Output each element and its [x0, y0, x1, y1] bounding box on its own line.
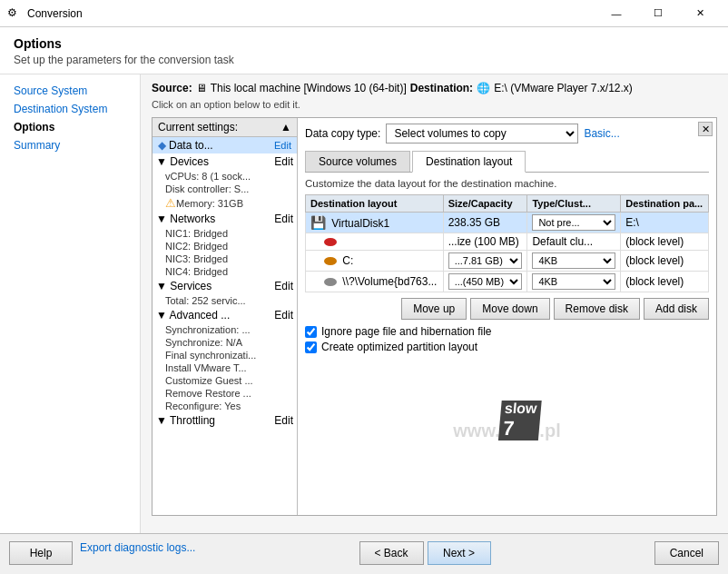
source-label: Source: — [152, 82, 192, 94]
vol-size-select[interactable]: ...(450 MB) — [448, 273, 523, 290]
add-disk-button[interactable]: Add disk — [644, 298, 709, 320]
sidebar-item-options: Options — [0, 118, 140, 136]
settings-section-services[interactable]: ▼ Services Edit — [152, 278, 297, 294]
throttling-label: Throttling — [170, 414, 215, 427]
devices-edit-link[interactable]: Edit — [274, 155, 293, 168]
red-oval-icon — [324, 238, 337, 246]
optimized-partition-label: Create optimized partition layout — [321, 341, 477, 353]
settings-section-devices[interactable]: ▼ Devices Edit — [152, 153, 297, 170]
maximize-button[interactable]: ☐ — [637, 0, 679, 27]
scroll-up-icon[interactable]: ▲ — [280, 121, 291, 134]
ignore-page-file-label: Ignore page file and hibernation file — [321, 325, 491, 338]
cell-100mb-type: Default clu... — [527, 233, 621, 251]
table-row-c-drive[interactable]: C: ...7.81 GB) 4KB — [306, 251, 709, 272]
table-row-virtualdisk1[interactable]: 💾 VirtualDisk1 238.35 GB Not pre... Pre-… — [306, 213, 709, 233]
remove-restore-item: Remove Restore ... — [152, 387, 297, 400]
settings-section-advanced[interactable]: ▼ Advanced ... Edit — [152, 307, 297, 323]
cancel-button[interactable]: Cancel — [654, 541, 719, 565]
dest-label: Destination: — [410, 82, 473, 94]
vcpus-item: vCPUs: 8 (1 sock... — [152, 170, 297, 183]
customize-guest-item: Customize Guest ... — [152, 374, 297, 387]
cell-100mb-size: ...ize (100 MB) — [443, 233, 527, 251]
devices-label: Devices — [170, 155, 209, 168]
data-item-label: Data to... — [169, 139, 213, 152]
table-row-100mb[interactable]: ...ize (100 MB) Default clu... (block le… — [306, 233, 709, 251]
window-controls: — ☐ ✕ — [595, 0, 721, 27]
sidebar-item-source-system[interactable]: Source System — [0, 82, 140, 100]
table-row-volume[interactable]: \\?\Volume{bd763... ...(450 MB) 4KB — [306, 272, 709, 292]
settings-section-networks[interactable]: ▼ Networks Edit — [152, 211, 297, 227]
move-down-button[interactable]: Move down — [470, 298, 549, 320]
header-subtitle: Set up the parameters for the conversion… — [14, 54, 714, 66]
help-button[interactable]: Help — [9, 541, 73, 565]
destination-layout-table: Destination layout Size/Capacity Type/Cl… — [305, 194, 709, 292]
services-edit-link[interactable]: Edit — [274, 280, 293, 292]
cell-100mb-layout — [306, 233, 444, 251]
click-hint: Click on an option below to edit it. — [152, 99, 717, 110]
minimize-button[interactable]: — — [595, 0, 637, 27]
throttling-edit-link[interactable]: Edit — [274, 414, 293, 427]
gray-oval-icon — [324, 278, 337, 286]
remove-disk-button[interactable]: Remove disk — [554, 298, 640, 320]
c-type-select[interactable]: 4KB 8KB — [532, 252, 615, 269]
close-button[interactable]: ✕ — [679, 0, 721, 27]
cell-vol-dest: (block level) — [621, 272, 709, 292]
footer: Help Export diagnostic logs... < Back Ne… — [0, 533, 728, 571]
app-icon: ⚙ — [7, 6, 22, 21]
ignore-page-file-checkbox[interactable] — [305, 326, 317, 338]
advanced-label: Advanced ... — [170, 309, 231, 322]
cell-vol-type: 4KB 8KB — [527, 272, 621, 292]
back-button[interactable]: < Back — [359, 541, 424, 565]
cell-disk1-type: Not pre... Pre-allocated — [527, 213, 621, 233]
right-panel: ✕ Data copy type: Select volumes to copy… — [298, 118, 716, 515]
move-up-button[interactable]: Move up — [401, 298, 467, 320]
advanced-edit-link[interactable]: Edit — [274, 309, 293, 322]
optimized-partition-checkbox[interactable] — [305, 341, 317, 353]
cell-100mb-dest: (block level) — [621, 233, 709, 251]
sidebar-item-destination-system[interactable]: Destination System — [0, 100, 140, 118]
cell-c-dest: (block level) — [621, 251, 709, 272]
networks-edit-link[interactable]: Edit — [274, 213, 293, 225]
header-title: Options — [14, 36, 714, 51]
window-title: Conversion — [27, 7, 595, 20]
networks-label: Networks — [170, 213, 215, 225]
nic2-item: NIC2: Bridged — [152, 240, 297, 252]
cell-disk1-layout: 💾 VirtualDisk1 — [306, 213, 444, 233]
disk-drive-icon: 💾 — [310, 215, 326, 230]
dest-value: E:\ (VMware Player 7.x/12.x) — [494, 82, 633, 94]
settings-list: Current settings: ▲ ◆ Data to... Edit — [152, 118, 298, 515]
collapse-icon-networks: ▼ — [156, 213, 167, 225]
data-edit-link[interactable]: Edit — [274, 140, 291, 151]
settings-panel-wrapper: Current settings: ▲ ◆ Data to... Edit — [152, 118, 716, 515]
final-sync-item: Final synchronizati... — [152, 349, 297, 361]
settings-list-header: Current settings: ▲ — [152, 118, 297, 137]
col-header-type: Type/Clust... — [527, 195, 621, 213]
diamond-icon: ◆ — [158, 139, 166, 152]
vol-type-select[interactable]: 4KB 8KB — [532, 273, 615, 290]
main-layout: Source System Destination System Options… — [0, 74, 728, 533]
checkbox-row-ignore-page-file: Ignore page file and hibernation file — [305, 325, 709, 338]
next-button[interactable]: Next > — [428, 541, 491, 565]
sidebar: Source System Destination System Options… — [0, 74, 141, 533]
title-bar: ⚙ Conversion — ☐ ✕ — [0, 0, 728, 27]
memory-item: ⚠Memory: 31GB — [152, 195, 297, 211]
panel-close-button[interactable]: ✕ — [698, 122, 713, 136]
cell-c-type: 4KB 8KB — [527, 251, 621, 272]
tab-destination-layout[interactable]: Destination layout — [412, 151, 526, 173]
col-header-dest-path: Destination pa... — [621, 195, 709, 213]
basic-link[interactable]: Basic... — [584, 127, 619, 140]
data-copy-label: Data copy type: — [305, 127, 380, 140]
sidebar-item-summary[interactable]: Summary — [0, 136, 140, 154]
data-copy-select[interactable]: Select volumes to copy Copy all disks an… — [386, 124, 578, 144]
disk1-type-select[interactable]: Not pre... Pre-allocated — [532, 214, 615, 231]
footer-center: < Back Next > — [359, 541, 491, 565]
export-diagnostic-link[interactable]: Export diagnostic logs... — [80, 541, 195, 565]
settings-item-data[interactable]: ◆ Data to... Edit — [152, 137, 297, 153]
source-icon: 🖥 — [196, 82, 207, 94]
data-copy-type-row: Data copy type: Select volumes to copy C… — [305, 124, 709, 144]
cell-vol-layout: \\?\Volume{bd763... — [306, 272, 444, 292]
c-size-select[interactable]: ...7.81 GB) — [448, 252, 523, 269]
settings-section-throttling[interactable]: ▼ Throttling Edit — [152, 412, 297, 429]
tab-source-volumes[interactable]: Source volumes — [305, 151, 410, 172]
nic4-item: NIC4: Bridged — [152, 265, 297, 278]
